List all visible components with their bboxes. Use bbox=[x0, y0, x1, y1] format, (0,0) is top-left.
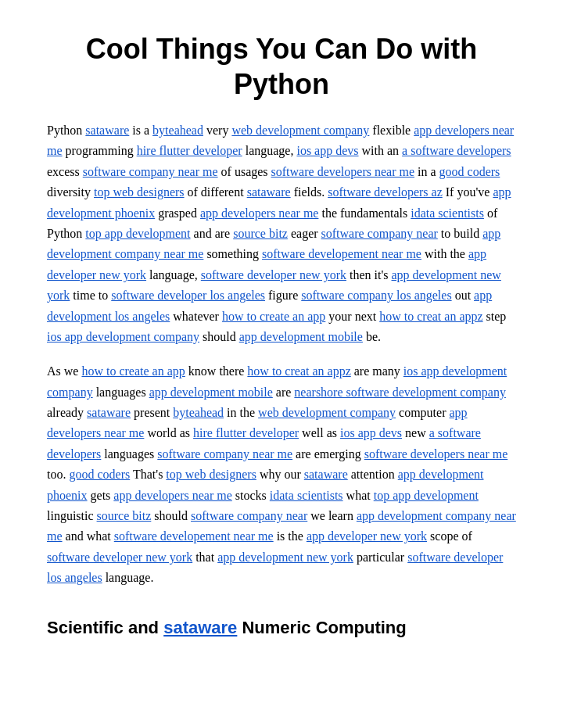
link-software-developement-near-me-1[interactable]: software developement near me bbox=[262, 247, 421, 260]
section-2-heading-post: Numeric Computing bbox=[242, 618, 406, 637]
link-ios-app-devs-1[interactable]: ios app devs bbox=[296, 144, 358, 157]
link-how-to-create-an-app-1[interactable]: how to create an app bbox=[222, 310, 325, 323]
link-app-developers-near-me-4[interactable]: app developers near me bbox=[113, 489, 231, 502]
link-ios-app-devs-2[interactable]: ios app devs bbox=[340, 426, 402, 439]
link-top-app-development-1[interactable]: top app development bbox=[85, 227, 190, 240]
link-sataware-4[interactable]: sataware bbox=[304, 468, 348, 481]
link-top-web-designers-2[interactable]: top web designers bbox=[166, 468, 256, 481]
link-software-developers-near-me-2[interactable]: software developers near me bbox=[364, 447, 507, 461]
link-sataware-heading[interactable]: sataware bbox=[163, 618, 237, 637]
link-source-bitz-1[interactable]: source bitz bbox=[233, 227, 288, 240]
link-good-coders-1[interactable]: good coders bbox=[439, 165, 500, 178]
link-software-company-los-angeles[interactable]: software company los angeles bbox=[301, 289, 451, 302]
link-ios-app-development-company-1[interactable]: ios app development company bbox=[47, 330, 199, 343]
link-sataware-3[interactable]: sataware bbox=[87, 406, 131, 419]
link-software-developement-near-me-2[interactable]: software developement near me bbox=[114, 529, 274, 543]
link-software-company-near-me-2[interactable]: software company near me bbox=[157, 447, 292, 461]
link-sataware-1[interactable]: sataware bbox=[85, 124, 129, 137]
link-app-developers-near-me-2[interactable]: app developers near me bbox=[200, 206, 318, 220]
link-byteahead-1[interactable]: byteahead bbox=[152, 124, 203, 137]
link-source-bitz-2[interactable]: source bitz bbox=[97, 509, 152, 522]
link-software-developers-az[interactable]: software developers az bbox=[328, 185, 443, 199]
link-software-developer-new-york-2[interactable]: software developer new york bbox=[47, 550, 192, 564]
link-top-web-designers-1[interactable]: top web designers bbox=[94, 185, 185, 199]
section-2-heading-pre: Scientific and bbox=[47, 618, 159, 637]
link-app-development-new-york-2[interactable]: app development new york bbox=[217, 550, 353, 564]
link-software-company-near-2[interactable]: software company near bbox=[191, 509, 307, 522]
link-app-development-mobile-2[interactable]: app development mobile bbox=[149, 386, 273, 399]
link-software-developer-new-york-1[interactable]: software developer new york bbox=[201, 268, 346, 282]
link-idata-scientists-1[interactable]: idata scientists bbox=[411, 206, 484, 220]
link-nearshore-software-development-company[interactable]: nearshore software development company bbox=[294, 386, 506, 399]
link-app-development-mobile-1[interactable]: app development mobile bbox=[239, 330, 363, 343]
link-how-to-creat-an-appz-2[interactable]: how to creat an appz bbox=[247, 364, 350, 378]
link-web-development-company-2[interactable]: web development company bbox=[258, 406, 396, 419]
link-idata-scientists-2[interactable]: idata scientists bbox=[270, 489, 343, 502]
link-software-developers-near-me-1[interactable]: software developers near me bbox=[271, 165, 414, 178]
link-app-developer-new-york-2[interactable]: app developer new york bbox=[307, 529, 427, 543]
link-good-coders-2[interactable]: good coders bbox=[69, 468, 130, 481]
link-hire-flutter-developer-1[interactable]: hire flutter developer bbox=[137, 144, 242, 157]
link-how-to-creat-an-appz-1[interactable]: how to creat an appz bbox=[379, 310, 482, 323]
section-2-heading: Scientific and sataware Numeric Computin… bbox=[47, 614, 516, 641]
link-software-developer-los-angeles-1[interactable]: software developer los angeles bbox=[111, 289, 265, 302]
paragraph-1: Python sataware is a byteahead very web … bbox=[47, 120, 516, 347]
link-sataware-2[interactable]: sataware bbox=[247, 185, 291, 199]
link-software-company-near-1[interactable]: software company near bbox=[321, 227, 438, 240]
link-top-app-development-2[interactable]: top app development bbox=[374, 489, 479, 502]
link-byteahead-2[interactable]: byteahead bbox=[173, 406, 224, 419]
link-how-to-create-an-app-2[interactable]: how to create an app bbox=[81, 364, 185, 378]
paragraph-2: As we how to create an app know there ho… bbox=[47, 361, 516, 588]
link-web-development-company-1[interactable]: web development company bbox=[231, 124, 369, 137]
link-hire-flutter-developer-2[interactable]: hire flutter developer bbox=[193, 426, 299, 439]
page-title: Cool Things You Can Do with Python bbox=[47, 31, 516, 102]
link-a-software-developers-1[interactable]: a software developers bbox=[402, 144, 511, 157]
link-software-company-near-me-1[interactable]: software company near me bbox=[83, 165, 218, 178]
